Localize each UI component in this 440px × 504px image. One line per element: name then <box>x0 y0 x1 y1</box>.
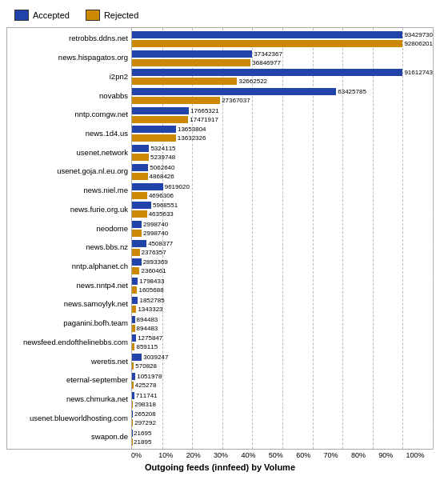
rejected-bar-label: 4696306 <box>149 192 174 199</box>
y-label: news.furie.org.uk <box>7 206 128 214</box>
rejected-bar <box>132 154 149 161</box>
accepted-bar-label: 5062640 <box>150 164 174 171</box>
rejected-bar-label: 21895 <box>134 438 151 446</box>
y-label: usenet.blueworldhosting.com <box>7 414 128 423</box>
rejected-bar <box>132 173 148 180</box>
y-label: news.1d4.us <box>7 130 128 138</box>
rejected-bar-label: 570828 <box>135 362 157 370</box>
rejected-bar <box>132 419 133 426</box>
accepted-bar-wrap: 17665321 <box>132 106 433 114</box>
rejected-bar-wrap: 4696306 <box>132 191 433 199</box>
bar-row: 28933692360461 <box>132 258 433 275</box>
accepted-bar <box>132 297 138 304</box>
bar-row: 18527851343323 <box>132 296 433 313</box>
rejected-bar-wrap: 1343323 <box>132 305 433 313</box>
accepted-bar-label: 711741 <box>136 392 158 399</box>
y-label: neodome <box>7 225 128 234</box>
rejected-bar-wrap: 5239748 <box>132 154 433 162</box>
rejected-bar-wrap: 13632326 <box>132 134 433 142</box>
accepted-bar <box>132 145 149 152</box>
accepted-bar <box>132 258 142 266</box>
rejected-bar-label: 36846977 <box>252 59 281 66</box>
rejected-bar <box>132 267 139 274</box>
rejected-bar-label: 27367037 <box>222 97 250 104</box>
rejected-bar-wrap: 4635633 <box>132 210 433 218</box>
accepted-bar-wrap: 2893369 <box>132 258 433 266</box>
accepted-bar-label: 1798433 <box>139 278 164 285</box>
rejected-bar-wrap: 859115 <box>132 343 433 351</box>
bars-section: 9342973092806201373423673684697791612743… <box>131 28 433 449</box>
accepted-bar-wrap: 265208 <box>132 410 433 418</box>
x-axis-labels: 0%10%20%30%40%50%60%70%80%90%100% <box>130 451 434 459</box>
rejected-bar-wrap: 1605688 <box>132 286 433 294</box>
y-label: eternal-september <box>7 376 128 385</box>
x-tick-label: 80% <box>351 451 378 459</box>
accepted-bar <box>132 69 402 76</box>
accepted-bar <box>132 278 138 285</box>
bar-row: 45083772376357 <box>132 239 433 256</box>
bars-rows: 9342973092806201373423673684697791612743… <box>132 28 433 449</box>
x-tick-label: 20% <box>186 451 214 459</box>
y-label: news.chmurka.net <box>7 395 128 404</box>
x-tick-label: 90% <box>378 451 406 459</box>
rejected-bar-wrap: 425278 <box>132 381 433 389</box>
rejected-bar-wrap: 27367037 <box>132 97 433 105</box>
y-labels: retrobbs.ddns.netnews.hispagatos.orgi2pn… <box>7 28 131 449</box>
y-label: news.bbs.nz <box>7 243 128 252</box>
accepted-bar <box>132 373 135 380</box>
rejected-bar <box>132 286 137 294</box>
rejected-bar-label: 32662522 <box>238 78 267 85</box>
rejected-bar-label: 1343323 <box>138 306 162 313</box>
rejected-bar-label: 297292 <box>134 419 156 426</box>
bar-row: 265208297292 <box>132 410 433 427</box>
rejected-bar-wrap: 894483 <box>132 324 433 332</box>
legend-rejected-box <box>86 10 100 21</box>
x-tick-label: 30% <box>214 451 241 459</box>
bar-row: 6342578527367037 <box>132 88 433 105</box>
rejected-bar-label: 894483 <box>137 325 158 332</box>
accepted-bar-label: 21695 <box>134 430 151 437</box>
accepted-bar <box>132 31 402 38</box>
y-label: weretis.net <box>7 358 128 366</box>
rejected-bar-label: 425278 <box>135 382 157 389</box>
rejected-bar <box>132 59 250 66</box>
rejected-bar-label: 13632326 <box>178 134 206 142</box>
bar-row: 1365380413632326 <box>132 126 433 142</box>
rejected-bar <box>132 192 147 199</box>
accepted-bar-label: 4508377 <box>148 240 173 247</box>
y-label: retrobbs.ddns.net <box>7 34 128 43</box>
accepted-bar <box>132 50 252 58</box>
rejected-bar-label: 1605688 <box>138 286 163 294</box>
accepted-bar-label: 37342367 <box>254 50 282 58</box>
rejected-bar <box>132 134 176 142</box>
rejected-bar-label: 298318 <box>134 401 156 408</box>
rejected-bar-label: 92806201 <box>404 40 433 47</box>
rejected-bar <box>132 40 402 47</box>
accepted-bar-wrap: 1051978 <box>132 372 433 380</box>
accepted-bar-wrap: 37342367 <box>132 50 433 58</box>
bar-row: 711741298318 <box>132 391 433 408</box>
chart-area: retrobbs.ddns.netnews.hispagatos.orgi2pn… <box>6 27 434 450</box>
x-tick-label: 40% <box>241 451 268 459</box>
accepted-bar-wrap: 9619020 <box>132 182 433 190</box>
x-tick-label: 100% <box>406 451 434 459</box>
accepted-bar-label: 9619020 <box>165 183 190 190</box>
accepted-bar-wrap: 711741 <box>132 391 433 399</box>
rejected-bar <box>132 116 188 123</box>
accepted-bar <box>132 183 163 190</box>
bar-row: 1275847859115 <box>132 334 433 351</box>
accepted-bar-label: 1275847 <box>138 334 162 342</box>
accepted-bar <box>132 164 148 171</box>
accepted-bar-wrap: 91612743 <box>132 69 433 77</box>
accepted-bar-label: 2998740 <box>143 221 168 228</box>
x-tick-label: 60% <box>296 451 323 459</box>
accepted-bar-wrap: 63425785 <box>132 88 433 96</box>
bar-row: 53241155239748 <box>132 145 433 162</box>
accepted-bar <box>132 334 136 342</box>
accepted-bar <box>132 354 142 361</box>
y-label: news.niel.me <box>7 186 128 195</box>
accepted-bar-label: 17665321 <box>190 107 219 114</box>
legend-rejected: Rejected <box>86 10 138 21</box>
accepted-bar <box>132 126 176 133</box>
bar-row: 2169521895 <box>132 429 433 446</box>
